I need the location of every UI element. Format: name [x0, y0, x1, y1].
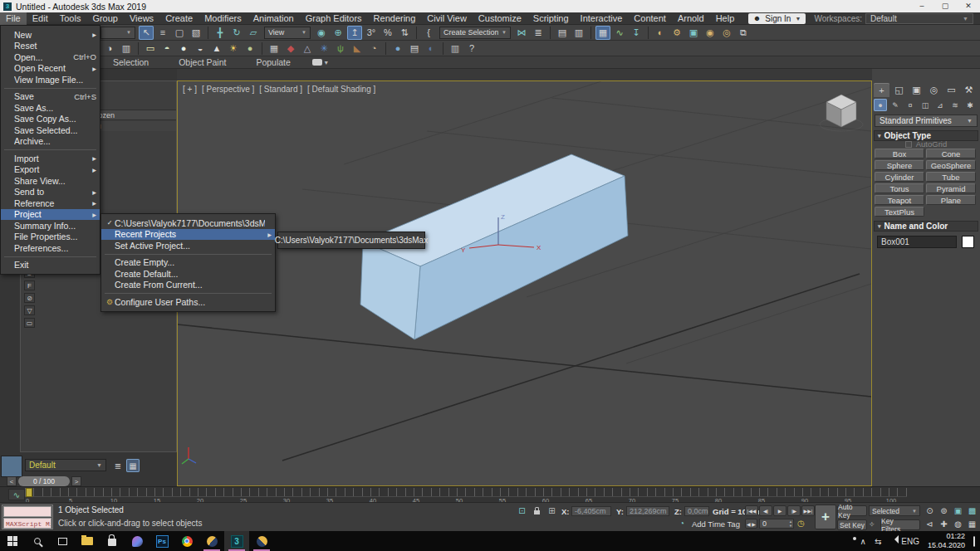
render-production-button[interactable]: ◉ — [703, 26, 718, 40]
previous-frame-arrow-button[interactable]: < — [7, 476, 17, 486]
project-submenu-item-set-active-project[interactable]: Set Active Project... — [101, 240, 275, 251]
category-systems[interactable]: ✱ — [963, 99, 977, 111]
file-menu-item-summary-info[interactable]: Summary Info... — [1, 220, 100, 232]
geosphere-icon[interactable]: ● — [243, 41, 257, 56]
menu-rendering[interactable]: Rendering — [368, 12, 422, 25]
chart-icon[interactable]: ▥ — [448, 41, 463, 56]
start-button[interactable] — [0, 531, 25, 551]
y-coordinate-field[interactable]: 212,269cm — [626, 506, 669, 516]
file-menu-item-save-as[interactable]: Save As... — [1, 102, 100, 114]
select-and-rotate-button[interactable]: ↻ — [229, 26, 244, 40]
menu-modifiers[interactable]: Modifiers — [198, 12, 247, 25]
menu-scripting[interactable]: Scripting — [527, 12, 575, 25]
state-sets-button[interactable]: ⧉ — [736, 26, 751, 40]
lattice-icon[interactable]: ▦ — [267, 41, 282, 56]
view-cube[interactable] — [820, 95, 863, 131]
menu-tools[interactable]: Tools — [54, 12, 87, 25]
flower-icon[interactable]: ✳ — [316, 41, 331, 56]
file-menu-item-view-image-file[interactable]: View Image File... — [1, 74, 100, 85]
play-button[interactable]: ▶ — [773, 505, 786, 516]
primitive-button-geosphere[interactable]: GeoSphere — [926, 160, 976, 170]
menu-edit[interactable]: Edit — [27, 12, 54, 25]
material-editor-button[interactable]: ◐ — [653, 26, 668, 40]
set-keys-button[interactable]: + — [815, 505, 836, 529]
file-explorer-button[interactable] — [75, 531, 100, 551]
frozen-toggle-icon[interactable]: F — [24, 280, 35, 290]
file-menu-item-open-recent[interactable]: Open Recent▸ — [1, 63, 100, 75]
next-frame-arrow-button[interactable]: > — [71, 476, 81, 486]
clipboard-icon[interactable]: ▤ — [407, 41, 422, 56]
animation-layer-combo[interactable]: Default ▼ — [25, 459, 106, 471]
dome-primitive-icon[interactable]: ◓ — [159, 41, 174, 56]
toggle-layer-explorer-button[interactable]: ▤ — [555, 26, 570, 40]
field-of-view-button[interactable]: ⊲ — [924, 519, 936, 529]
time-configuration-icon[interactable]: ◷ — [797, 519, 805, 528]
spinner-snap-toggle-button[interactable]: ⇅ — [397, 26, 412, 40]
x-coordinate-field[interactable]: -6,405cm — [571, 506, 611, 516]
project-submenu-item-create-empty[interactable]: Create Empty... — [101, 257, 275, 269]
previous-frame-button[interactable]: ◀| — [759, 505, 772, 516]
key-filters-icon[interactable]: ✧ — [869, 520, 875, 529]
zoom-all-button[interactable]: ⊚ — [938, 505, 950, 516]
menu-civil-view[interactable]: Civil View — [421, 12, 472, 25]
snaps-toggle-button[interactable]: ↥ — [347, 26, 362, 40]
category-cameras[interactable]: ◫ — [919, 99, 932, 111]
rendered-frame-window-button[interactable]: ▣ — [686, 26, 701, 40]
primitive-button-cylinder[interactable]: Cylinder — [875, 172, 924, 182]
workspace-combo[interactable]: Default ▼ — [865, 13, 973, 24]
file-menu-item-share-view[interactable]: Share View... — [1, 175, 100, 187]
maximize-viewport-toggle-button[interactable]: ▦ — [966, 519, 978, 529]
timeline-ruler[interactable] — [25, 488, 907, 497]
file-menu-item-export[interactable]: Export▸ — [1, 164, 100, 176]
primitive-button-textplus[interactable]: TextPlus — [875, 207, 924, 217]
menu-content[interactable]: Content — [628, 12, 672, 25]
category-shapes[interactable]: ✎ — [889, 99, 902, 111]
next-frame-button[interactable]: |▶ — [787, 505, 801, 516]
project-submenu-item-c-users-valyok7177-documents-3dsmax-scenes[interactable]: ✓C:\Users\Valyok7177\Documents\3dsMax\sc… — [101, 217, 275, 229]
primitive-button-teapot[interactable]: Teapot — [875, 195, 924, 205]
sequence-icon[interactable]: ▥ — [119, 41, 134, 56]
viewport-pov-menu[interactable]: [ Perspective ] — [202, 85, 254, 94]
layer-filter-icon[interactable]: ▦ — [126, 459, 140, 472]
file-menu-item-file-properties[interactable]: File Properties... — [1, 232, 100, 243]
viewport-general-menu[interactable]: [ + ] — [183, 85, 197, 94]
key-filters-button[interactable]: Key Filters... — [880, 519, 920, 530]
dumbbell-icon[interactable]: ◆ — [283, 41, 298, 56]
mirror-button[interactable]: ⋈ — [514, 26, 529, 40]
edit-named-selection-sets-button[interactable]: { — [421, 26, 436, 40]
crossing-selection-button[interactable]: ▧ — [189, 26, 203, 40]
ribbon-tab-selection[interactable]: Selection — [98, 57, 164, 67]
filter-funnel-side-icon[interactable]: ▽ — [24, 305, 35, 315]
sun-light-icon[interactable]: ☀ — [226, 41, 241, 56]
render-setup-button[interactable]: ⚙ — [669, 26, 684, 40]
app-roundel-button[interactable] — [199, 531, 224, 551]
isolate-selection-icon[interactable]: ⊡ — [516, 505, 528, 516]
primitive-button-tube[interactable]: Tube — [926, 172, 976, 182]
ribbon-config-icon[interactable]: ▾ — [312, 59, 328, 66]
blue-sphere-icon[interactable]: ● — [390, 41, 405, 56]
tab-hierarchy[interactable]: ▣ — [909, 83, 924, 97]
category-lights[interactable]: ¤ — [904, 99, 917, 111]
help-icon[interactable]: ? — [464, 41, 479, 56]
file-menu-item-save-selected[interactable]: Save Selected... — [1, 124, 100, 136]
reference-coordinate-system-combo[interactable]: View▼ — [264, 27, 311, 39]
menu-group[interactable]: Group — [86, 12, 124, 25]
anim-layers-icon[interactable]: ≣ — [111, 459, 125, 472]
file-menu-item-open[interactable]: Open...Ctrl+O — [1, 51, 100, 63]
mini-curve-editor-button[interactable]: ∿ — [8, 489, 25, 500]
menu-interactive[interactable]: Interactive — [575, 12, 629, 25]
maxscript-input-field[interactable] — [3, 506, 51, 517]
use-pivot-point-center-button[interactable]: ◉ — [314, 26, 329, 40]
primitive-button-cone[interactable]: Cone — [926, 149, 976, 158]
orbit-button[interactable]: ◍ — [952, 519, 964, 529]
select-and-place-button[interactable]: ⊕ — [331, 26, 345, 40]
go-to-start-button[interactable]: |◀◀ — [745, 505, 758, 516]
menu-help[interactable]: Help — [710, 12, 741, 25]
select-and-scale-button[interactable]: ▱ — [246, 26, 261, 40]
tab-modify[interactable]: ◱ — [891, 83, 907, 97]
task-view-button[interactable] — [50, 531, 75, 551]
teapot-primitive-icon[interactable]: ◒ — [193, 41, 208, 56]
toggle-scene-explorer-button[interactable]: ▥ — [571, 26, 586, 40]
set-key-button[interactable]: Set Key — [837, 519, 867, 530]
zoom-button[interactable]: ⊙ — [924, 505, 936, 516]
